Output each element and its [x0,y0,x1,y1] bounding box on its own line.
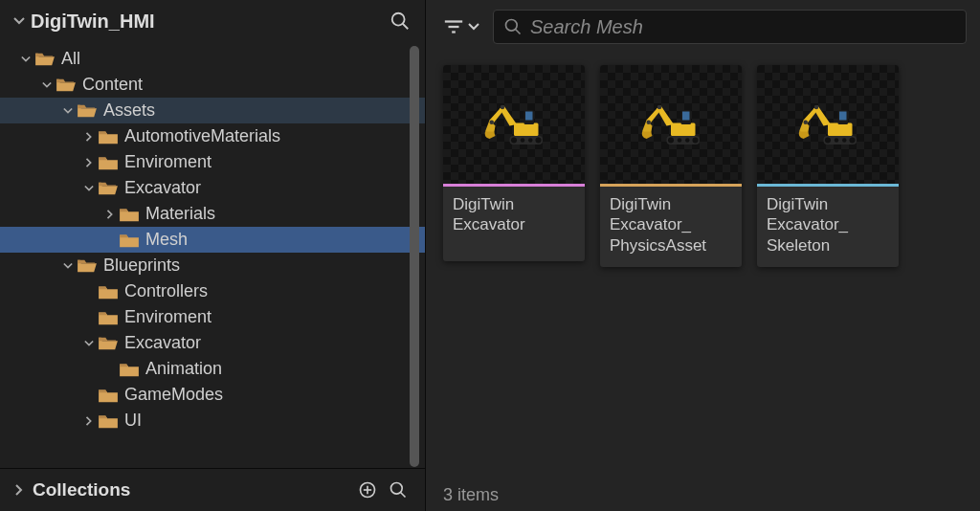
svg-line-11 [516,30,521,34]
svg-point-28 [678,138,682,143]
svg-point-16 [511,138,517,144]
asset-card[interactable]: DigiTwinExcavator_Skeleton [757,65,899,267]
svg-point-29 [685,138,690,143]
chevron-down-icon[interactable] [61,106,75,116]
asset-card[interactable]: DigiTwinExcavator [443,65,585,261]
tree-node[interactable]: Enviroment [0,304,425,330]
svg-point-38 [835,138,839,143]
chevron-right-icon[interactable] [82,132,96,142]
collections-bar: Collections [0,468,425,511]
tree-node[interactable]: Assets [0,98,425,123]
sidebar: DigiTwin_HMI All Content Assets Automoti… [0,0,426,511]
svg-rect-32 [828,123,853,137]
tree-node-label: Enviroment [124,152,212,172]
tree-node-label: UI [124,411,142,431]
svg-point-41 [804,121,809,125]
asset-label: DigiTwinExcavator_PhysicsAsset [600,187,742,267]
svg-rect-34 [839,112,847,121]
sidebar-expander-icon[interactable] [13,15,25,27]
search-box[interactable] [493,10,967,44]
search-icon [390,11,411,32]
tree-node-label: Mesh [145,230,188,250]
tree-node[interactable]: Enviroment [0,149,425,175]
tree-container: All Content Assets AutomotiveMaterials E… [0,42,425,468]
asset-thumbnail [600,65,742,184]
folder-icon [98,283,119,300]
svg-point-39 [842,138,847,143]
tree-node[interactable]: Excavator [0,175,425,201]
tree-node-label: Enviroment [124,307,212,327]
svg-point-31 [647,121,652,125]
asset-label: DigiTwinExcavator [443,187,585,261]
scrollbar[interactable] [410,46,419,467]
sidebar-header: DigiTwin_HMI [0,0,425,42]
chevron-right-icon[interactable] [103,210,117,219]
svg-rect-24 [682,112,690,121]
folder-icon [34,51,56,68]
search-button[interactable] [389,10,412,33]
svg-point-30 [657,105,662,110]
chevron-down-icon[interactable] [40,80,54,90]
tree-node[interactable]: GameModes [0,382,425,408]
tree-node[interactable]: Excavator [0,330,425,356]
tree-node-label: Controllers [124,281,208,301]
chevron-right-icon[interactable] [82,158,96,167]
tree-node-label: AutomotiveMaterials [124,126,280,146]
asset-thumbnail [757,65,899,184]
folder-icon [98,335,119,352]
tree-node-label: Blueprints [103,256,180,276]
chevron-down-icon[interactable] [82,339,96,348]
tree-node[interactable]: All [0,46,425,72]
svg-rect-14 [525,112,533,121]
tree-node[interactable]: Mesh [0,227,425,253]
search-input[interactable] [530,16,956,38]
chevron-down-icon[interactable] [19,55,33,64]
svg-point-18 [521,138,525,143]
folder-icon [98,387,119,404]
svg-point-27 [693,138,699,144]
folder-icon [98,309,119,326]
tree-node[interactable]: UI [0,408,425,433]
folder-icon [98,128,119,145]
add-collection-button[interactable] [354,477,381,503]
folder-icon [77,257,98,275]
tree-node[interactable]: Blueprints [0,253,425,278]
folder-icon [98,154,119,171]
svg-rect-12 [514,123,539,137]
tree-node[interactable]: Content [0,72,425,98]
folder-icon [56,77,77,94]
folder-icon [119,361,140,378]
tree-node-label: Assets [103,100,155,121]
tree-node-label: Materials [145,204,215,224]
chevron-down-icon [468,21,479,33]
tree-node[interactable]: Animation [0,356,425,382]
tree-node[interactable]: Materials [0,201,425,227]
asset-card[interactable]: DigiTwinExcavator_PhysicsAsset [600,65,742,267]
svg-point-36 [825,138,831,144]
tree-node-label: Excavator [124,178,201,198]
filter-icon [443,17,464,36]
folder-icon [98,412,119,430]
plus-circle-icon [358,480,377,500]
tree-node-label: All [61,49,80,69]
svg-point-19 [528,138,533,143]
tree-node[interactable]: Controllers [0,278,425,304]
svg-point-21 [490,121,495,125]
tree-node-label: GameModes [124,385,223,405]
collections-expander-icon[interactable] [13,484,25,496]
content-header [426,0,980,54]
chevron-down-icon[interactable] [61,261,75,271]
svg-line-1 [403,24,409,30]
svg-point-0 [392,13,405,26]
tree-node[interactable]: AutomotiveMaterials [0,123,425,149]
filter-button[interactable] [439,13,483,40]
chevron-down-icon[interactable] [82,184,96,193]
svg-point-5 [391,483,403,495]
asset-thumbnail [443,65,585,184]
content-area: DigiTwinExcavator DigiTwinExcavator_Phys… [426,0,980,511]
search-collections-button[interactable] [385,477,412,503]
item-count: 3 items [443,485,499,504]
svg-rect-22 [671,123,696,137]
status-bar: 3 items [426,479,980,511]
chevron-right-icon[interactable] [82,416,96,426]
